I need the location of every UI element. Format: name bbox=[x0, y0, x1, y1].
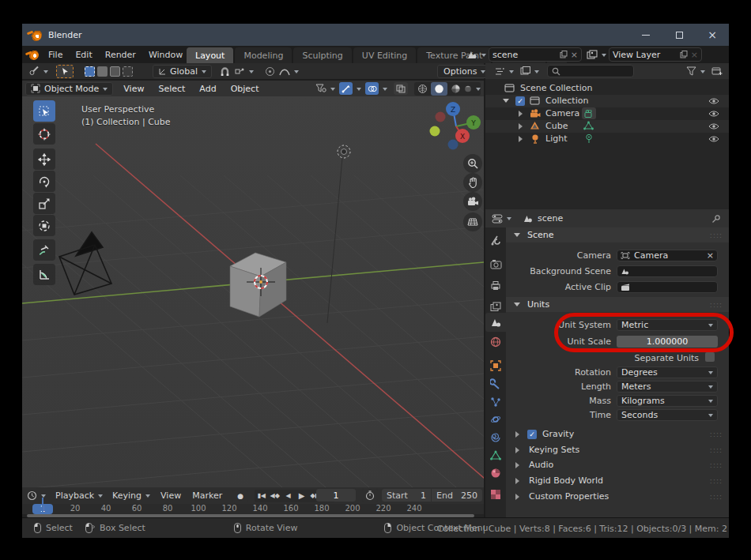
toolbar-measure[interactable] bbox=[33, 264, 55, 285]
viewport-pan-button[interactable] bbox=[463, 173, 482, 192]
drag-handle-icon[interactable]: :::: bbox=[710, 446, 723, 454]
tab-output[interactable] bbox=[485, 276, 506, 295]
viewport-gizmos-toggle[interactable] bbox=[339, 82, 361, 95]
toolbar-annotate[interactable] bbox=[33, 239, 55, 261]
properties-editor-icon[interactable] bbox=[492, 214, 511, 224]
toolbar-transform[interactable] bbox=[33, 215, 55, 236]
proportional-falloff-icon[interactable] bbox=[279, 67, 299, 76]
timeline-menu-playback[interactable]: Playback bbox=[51, 487, 108, 505]
jump-to-start-button[interactable]: ▮◀ bbox=[255, 490, 268, 502]
shading-material-button[interactable] bbox=[447, 82, 464, 96]
length-dropdown[interactable]: Meters bbox=[617, 381, 718, 393]
tab-texture[interactable] bbox=[485, 485, 506, 504]
select-mode-invert-icon[interactable] bbox=[123, 66, 133, 77]
gizmo-neg-x-ball[interactable] bbox=[436, 112, 446, 122]
gizmo-neg-z-ball[interactable] bbox=[448, 140, 459, 150]
mode-dropdown[interactable]: Object Mode bbox=[25, 82, 113, 96]
show-gizmo-filter-icon[interactable] bbox=[315, 84, 335, 93]
tab-constraints[interactable] bbox=[485, 428, 506, 447]
close-button[interactable]: × bbox=[696, 24, 729, 46]
tab-physics[interactable] bbox=[485, 410, 506, 429]
frame-start-field[interactable]: Start1 bbox=[382, 489, 431, 502]
viewport-menu-add[interactable]: Add bbox=[192, 81, 223, 96]
snap-target-icon[interactable] bbox=[235, 67, 254, 76]
transform-orientation-dropdown[interactable]: Global bbox=[153, 65, 212, 78]
panel-header-gravity[interactable]: ✓ Gravity :::: bbox=[506, 427, 729, 442]
camera-expand-icon[interactable] bbox=[519, 111, 523, 117]
tab-material[interactable] bbox=[485, 464, 506, 483]
viewport-overlays-toggle[interactable] bbox=[365, 82, 387, 95]
light-object[interactable] bbox=[327, 145, 350, 323]
tab-scene[interactable] bbox=[485, 313, 506, 332]
eye-icon[interactable] bbox=[708, 97, 719, 105]
viewport-menu-select[interactable]: Select bbox=[151, 81, 192, 96]
scene-name-field[interactable]: scene × bbox=[489, 47, 582, 62]
navigation-gizmo[interactable]: Z Y X bbox=[428, 98, 481, 152]
toolbar-rotate[interactable] bbox=[33, 171, 55, 192]
tab-object[interactable] bbox=[485, 356, 506, 375]
timeline-menu-view[interactable]: View bbox=[155, 487, 187, 505]
play-reverse-button[interactable]: ◀ bbox=[281, 490, 295, 502]
menu-edit[interactable]: Edit bbox=[69, 46, 98, 63]
drag-handle-icon[interactable]: :::: bbox=[710, 231, 723, 239]
app-menu-icon[interactable] bbox=[28, 50, 39, 60]
current-frame-field[interactable]: 1 bbox=[316, 489, 356, 502]
gravity-checkbox[interactable]: ✓ bbox=[527, 430, 537, 439]
outliner-row-collection[interactable]: ✓ Collection bbox=[485, 95, 729, 107]
outliner-row-cube[interactable]: Cube bbox=[485, 120, 729, 133]
select-mode-extend-icon[interactable] bbox=[97, 66, 108, 77]
workspace-tab-uv-editing[interactable]: UV Editing bbox=[353, 47, 416, 63]
unlink-scene-icon[interactable]: × bbox=[571, 50, 578, 60]
mass-dropdown[interactable]: Kilograms bbox=[617, 395, 718, 407]
tab-world[interactable] bbox=[485, 333, 506, 351]
pin-icon[interactable] bbox=[711, 214, 721, 224]
toolbar-select-box[interactable] bbox=[33, 100, 55, 122]
drag-handle-icon[interactable]: :::: bbox=[710, 493, 723, 501]
workspace-tab-layout[interactable]: Layout bbox=[187, 47, 233, 63]
viewport-ortho-button[interactable] bbox=[463, 212, 482, 231]
viewport-menu-view[interactable]: View bbox=[116, 81, 151, 96]
drag-handle-icon[interactable]: :::: bbox=[710, 430, 723, 438]
toolbar-scale[interactable] bbox=[33, 193, 55, 214]
menu-render[interactable]: Render bbox=[99, 46, 142, 63]
toolbar-cursor[interactable] bbox=[33, 123, 55, 145]
timeline-menu-marker[interactable]: Marker bbox=[187, 487, 228, 505]
record-button[interactable]: ● bbox=[232, 490, 248, 502]
panel-header-rigid-body-world[interactable]: Rigid Body World :::: bbox=[506, 473, 729, 488]
viewport-3d[interactable]: User Perspective (1) Collection | Cube bbox=[22, 96, 484, 487]
snap-magnet-icon[interactable] bbox=[220, 66, 230, 77]
tool-select-box-button[interactable] bbox=[56, 65, 74, 78]
shading-solid-button[interactable] bbox=[431, 82, 447, 96]
tab-particles[interactable] bbox=[485, 393, 506, 412]
clear-camera-icon[interactable]: × bbox=[707, 250, 714, 261]
time-dropdown[interactable]: Seconds bbox=[617, 409, 718, 421]
select-mode-subtract-icon[interactable] bbox=[110, 66, 120, 77]
menu-window[interactable]: Window bbox=[142, 46, 189, 63]
toolbar-move[interactable] bbox=[33, 148, 55, 170]
eye-icon[interactable] bbox=[708, 110, 719, 118]
maximize-button[interactable] bbox=[662, 24, 696, 46]
background-scene-field[interactable] bbox=[617, 265, 718, 277]
panel-header-scene[interactable]: Scene :::: bbox=[506, 227, 729, 242]
separate-units-checkbox[interactable] bbox=[705, 352, 715, 362]
minimize-button[interactable] bbox=[629, 24, 662, 46]
shading-rendered-button[interactable] bbox=[464, 82, 481, 96]
panel-header-audio[interactable]: Audio :::: bbox=[506, 457, 729, 472]
outliner-row-camera[interactable]: Camera bbox=[485, 107, 729, 120]
use-preview-range-icon[interactable] bbox=[362, 489, 378, 502]
play-button[interactable]: ▶ bbox=[295, 490, 308, 502]
outliner-row-scene-collection[interactable]: Scene Collection bbox=[485, 82, 729, 95]
panel-header-custom-properties[interactable]: Custom Properties :::: bbox=[506, 489, 729, 504]
options-dropdown[interactable]: Options bbox=[437, 65, 492, 78]
shading-wireframe-button[interactable] bbox=[414, 82, 431, 96]
proportional-editing-icon[interactable] bbox=[265, 66, 275, 77]
add-view-layer-icon[interactable] bbox=[680, 51, 688, 58]
timeline-ruler[interactable]: 1 20 40 60 80 100 120 140 160 180 200 22… bbox=[22, 504, 484, 514]
panel-header-units[interactable]: Units :::: bbox=[506, 297, 729, 312]
xray-toggle[interactable] bbox=[394, 82, 408, 95]
eye-icon[interactable] bbox=[708, 135, 719, 143]
collection-expand-icon[interactable] bbox=[503, 99, 509, 103]
tab-object-data[interactable] bbox=[485, 445, 506, 464]
light-expand-icon[interactable] bbox=[519, 136, 523, 142]
gizmo-neg-y-ball[interactable] bbox=[430, 126, 440, 137]
